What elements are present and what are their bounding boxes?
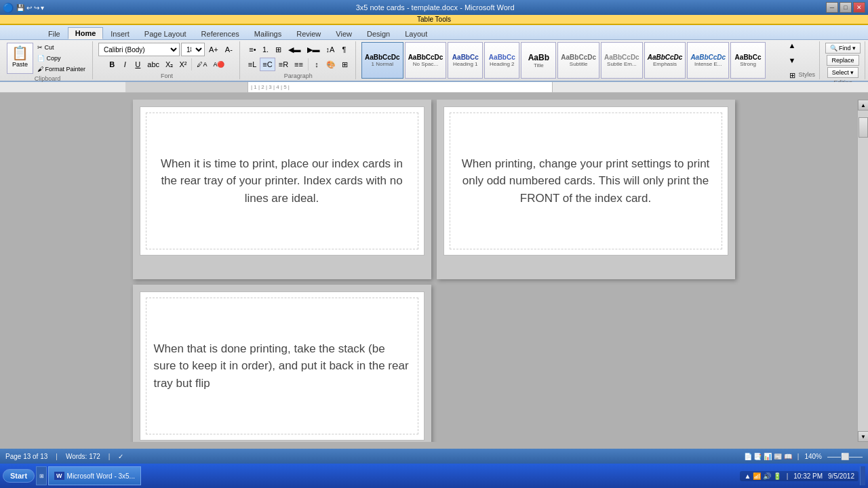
strikethrough-button[interactable]: abc — [144, 58, 162, 71]
style-subtle-em[interactable]: AaBbCcDc Subtle Em... — [601, 42, 643, 79]
tab-references[interactable]: References — [194, 28, 247, 39]
index-card-3[interactable]: When that is done printing, take the sta… — [140, 291, 425, 441]
tab-file[interactable]: File — [41, 28, 68, 39]
subscript-button[interactable]: X₂ — [163, 58, 176, 71]
align-left-button[interactable]: ≡L — [245, 58, 260, 71]
style-title[interactable]: AaBb Title — [521, 42, 556, 79]
card-2-text: When printing, change your print setting… — [458, 155, 714, 207]
superscript-button[interactable]: X² — [176, 58, 189, 71]
ruler-bar: | 1 | 2 | 3 | 4 | 5 | — [248, 82, 553, 92]
ruler-marks: | 1 | 2 | 3 | 4 | 5 | — [248, 84, 292, 90]
grow-font-button[interactable]: A+ — [206, 43, 221, 56]
style-no-spacing[interactable]: AaBbCcDc No Spac... — [405, 42, 447, 79]
window-controls: ─ □ ✕ — [826, 2, 865, 13]
shading-button[interactable]: 🎨 — [323, 58, 338, 71]
tray-time: 10:32 PM — [793, 472, 823, 480]
ribbon: 📋 Paste ✂ Cut 📄 Copy 🖌 Format Painter Cl… — [0, 40, 868, 82]
styles-scroll-up[interactable]: ▲ — [786, 39, 799, 52]
start-button[interactable]: Start — [3, 469, 35, 483]
copy-button[interactable]: 📄 Copy — [35, 54, 88, 63]
start-label: Start — [10, 472, 27, 480]
italic-button[interactable]: I — [119, 58, 131, 71]
index-card-1[interactable]: When it is time to print, place our inde… — [140, 106, 425, 256]
styles-scroll-down[interactable]: ▼ — [786, 54, 799, 67]
page-info: Page 13 of 13 — [5, 453, 47, 460]
ribbon-group-styles: AaBbCcDc 1 Normal AaBbCcDc No Spac... Aa… — [357, 41, 820, 79]
replace-button[interactable]: Replace — [827, 55, 859, 66]
scroll-up-button[interactable]: ▲ — [858, 100, 868, 110]
status-left: Page 13 of 13 | Words: 172 | ✓ — [5, 453, 123, 460]
sort-button[interactable]: ↕A — [323, 43, 338, 56]
taskbar-word-item[interactable]: W Microsoft Word - 3x5... — [48, 466, 141, 485]
close-button[interactable]: ✕ — [853, 2, 865, 13]
cut-button[interactable]: ✂ Cut — [35, 43, 88, 52]
font-color-button[interactable]: A🔴 — [210, 58, 227, 71]
card-3-text: When that is done printing, take the sta… — [154, 340, 410, 392]
select-button[interactable]: Select ▾ — [827, 67, 859, 78]
style-normal[interactable]: AaBbCcDc 1 Normal — [361, 42, 403, 79]
numbering-button[interactable]: 1. — [260, 43, 272, 56]
tab-insert[interactable]: Insert — [103, 28, 137, 39]
increase-indent-button[interactable]: ▶▬ — [304, 43, 323, 56]
maximize-button[interactable]: □ — [840, 2, 852, 13]
tab-page-layout[interactable]: Page Layout — [137, 28, 194, 39]
align-right-button[interactable]: ≡R — [276, 58, 291, 71]
scroll-track[interactable] — [858, 110, 868, 431]
styles-expand[interactable]: ⊞ — [786, 68, 799, 82]
font-size-select[interactable]: 18 — [181, 43, 205, 56]
system-tray: ▲ 📶 🔊 🔋 | 10:32 PM 9/5/2012 — [740, 471, 859, 481]
minimize-button[interactable]: ─ — [826, 2, 838, 13]
index-card-2[interactable]: When printing, change your print setting… — [443, 106, 728, 256]
style-heading1[interactable]: AaBbCc Heading 1 — [448, 42, 483, 79]
spell-check-icon: ✓ — [118, 453, 123, 460]
shrink-font-button[interactable]: A- — [222, 43, 235, 56]
tab-view[interactable]: View — [328, 28, 359, 39]
font-sep — [191, 58, 192, 70]
tab-review[interactable]: Review — [289, 28, 328, 39]
quick-access-icons: 💾 ↩ ↪ ▾ — [16, 4, 44, 12]
scroll-down-button[interactable]: ▼ — [858, 431, 868, 442]
paste-button[interactable]: 📋 Paste — [7, 43, 33, 74]
show-desktop-button[interactable]: ⊞ — [36, 466, 47, 485]
find-button[interactable]: 🔍 Find ▾ — [825, 43, 861, 54]
tray-sep: | — [787, 472, 789, 480]
justify-button[interactable]: ≡≡ — [292, 58, 306, 71]
status-sep3: | — [797, 453, 800, 460]
zoom-slider[interactable]: ——⬜—— — [827, 453, 863, 460]
bullets-button[interactable]: ≡• — [246, 43, 258, 56]
borders-button[interactable]: ⊞ — [339, 58, 351, 71]
tab-layout[interactable]: Layout — [397, 28, 435, 39]
empty-page-space — [437, 285, 735, 442]
bold-button[interactable]: B — [106, 58, 118, 71]
ribbon-group-font: Calibri (Body) 18 A+ A- B I U abc X₂ X² … — [94, 41, 240, 79]
highlight-button[interactable]: 🖊A — [194, 58, 210, 71]
status-right: 📄 📑 📊 📰 📖 | 140% ——⬜—— — [744, 453, 863, 460]
multilevel-button[interactable]: ⊞ — [273, 43, 285, 56]
font-family-select[interactable]: Calibri (Body) — [98, 43, 180, 56]
scroll-thumb[interactable] — [859, 117, 868, 138]
table-tools-label: Table Tools — [417, 16, 451, 23]
para-sep — [308, 58, 309, 70]
paragraph-controls: ≡• 1. ⊞ ◀▬ ▶▬ ↕A ¶ ≡L ≡C ≡R ≡≡ ↕ 🎨 ⊞ — [245, 43, 351, 71]
style-intense-em[interactable]: AaBbCcDc Intense E... — [687, 42, 729, 79]
style-strong[interactable]: AaBbCc Strong — [730, 42, 766, 79]
page-wrapper: When it is time to print, place our inde… — [10, 100, 857, 442]
show-formatting-button[interactable]: ¶ — [338, 43, 350, 56]
style-subtitle[interactable]: AaBbCcDc Subtitle — [557, 42, 599, 79]
view-icons: 📄 📑 📊 📰 📖 — [744, 453, 792, 460]
tab-mailings[interactable]: Mailings — [247, 28, 289, 39]
card-1-text: When it is time to print, place our inde… — [154, 155, 410, 207]
tab-home[interactable]: Home — [68, 27, 104, 39]
format-painter-button[interactable]: 🖌 Format Painter — [35, 64, 88, 74]
underline-button[interactable]: U — [132, 58, 144, 71]
decrease-indent-button[interactable]: ◀▬ — [285, 43, 304, 56]
style-heading2[interactable]: AaBbCc Heading 2 — [484, 42, 519, 79]
tab-design[interactable]: Design — [359, 28, 397, 39]
style-emphasis[interactable]: AaBbCcDc Emphasis — [644, 42, 686, 79]
clipboard-buttons: 📋 Paste ✂ Cut 📄 Copy 🖌 Format Painter — [7, 43, 88, 74]
tray-icons: ▲ 📶 🔊 🔋 — [744, 472, 781, 480]
align-center-button[interactable]: ≡C — [260, 58, 275, 71]
line-spacing-button[interactable]: ↕ — [311, 58, 323, 71]
clipboard-label: Clipboard — [35, 74, 61, 82]
show-desktop-strip[interactable] — [860, 466, 865, 485]
